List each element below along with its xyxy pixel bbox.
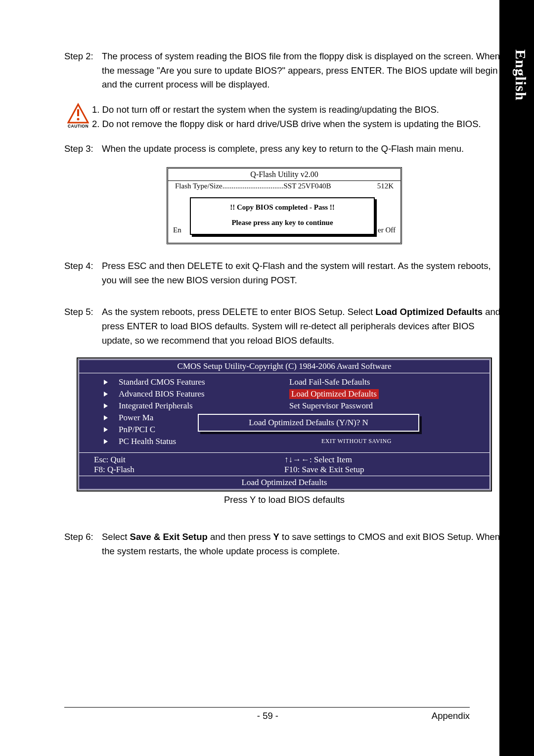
language-tab: English	[512, 49, 529, 101]
step-body: The process of system reading the BIOS f…	[102, 49, 504, 92]
cmos-footer: Load Optimized Defaults	[79, 476, 490, 489]
caution-icon: CAUTION	[64, 103, 92, 129]
caution-label: CAUTION	[68, 124, 89, 129]
figure-caption: Press Y to load BIOS defaults	[64, 494, 504, 505]
help-f8: F8: Q-Flash	[94, 465, 284, 475]
triangle-icon	[104, 380, 108, 385]
page-footer: - 59 - Appendix	[64, 707, 470, 721]
behind-left: En	[173, 226, 181, 234]
step-body: Press ESC and then DELETE to exit Q-Flas…	[102, 259, 504, 287]
step-5: Step 5: As the system reboots, press DEL…	[64, 305, 504, 348]
triangle-icon	[104, 439, 108, 444]
exit-without-saving: Exit Without Saving	[321, 438, 392, 445]
menu-item: Set Supervisor Password	[289, 401, 373, 411]
menu-item-highlighted: Load Optimized Defaults	[289, 389, 379, 399]
flash-size: 512K	[377, 182, 394, 190]
step-6: Step 6: Select Save & Exit Setup and the…	[64, 530, 504, 558]
caution-text: 1. Do not turn off or restart the system…	[92, 103, 504, 131]
qflash-msg: !! Copy BIOS completed - Pass !!	[195, 203, 370, 212]
menu-item: PnP/PCI C	[119, 425, 155, 435]
menu-item: Load Fail-Safe Defaults	[289, 377, 370, 387]
qflash-info-row: Flash Type/Size.........................…	[168, 181, 400, 195]
help-f10: F10: Save & Exit Setup	[284, 465, 475, 475]
step-3: Step 3: When the update process is compl…	[64, 142, 504, 156]
svg-rect-1	[77, 109, 79, 116]
help-esc: Esc: Quit	[94, 455, 284, 465]
menu-item: Standard CMOS Features	[119, 377, 205, 387]
menu-item: Advanced BIOS Features	[119, 389, 205, 399]
step-label: Step 6:	[64, 530, 102, 558]
caution-block: CAUTION 1. Do not turn off or restart th…	[64, 103, 504, 131]
side-strip	[499, 0, 534, 756]
menu-item: PC Health Status	[119, 437, 176, 446]
help-select: ↑↓→←: Select Item	[284, 455, 475, 465]
step-label: Step 2:	[64, 49, 102, 92]
step-body: Select Save & Exit Setup and then press …	[102, 530, 504, 558]
step-2: Step 2: The process of system reading th…	[64, 49, 504, 92]
step6-text: and then press	[208, 532, 273, 542]
qflash-title: Q-Flash Utility v2.00	[168, 169, 400, 181]
step6-bold: Y	[273, 532, 279, 542]
document-page: English Step 2: The process of system re…	[0, 0, 534, 756]
step5-bold: Load Optimized Defaults	[375, 307, 483, 317]
step-4: Step 4: Press ESC and then DELETE to exi…	[64, 259, 504, 287]
section-name: Appendix	[432, 711, 470, 721]
menu-item: Power Ma	[119, 413, 153, 423]
behind-right: er Off	[378, 226, 396, 234]
cmos-title: CMOS Setup Utility-Copyright (C) 1984-20…	[79, 360, 490, 373]
cmos-menu: Standard CMOS Features Advanced BIOS Fea…	[79, 373, 490, 453]
page-number: - 59 -	[104, 711, 432, 721]
step6-bold: Save & Exit Setup	[130, 532, 208, 542]
caution-line: 1. Do not turn off or restart the system…	[92, 103, 504, 117]
cmos-dialog: Load Optimized Defaults (Y/N)? N	[198, 414, 419, 432]
qflash-figure: Q-Flash Utility v2.00 Flash Type/Size...…	[167, 167, 402, 244]
step-label: Step 3:	[64, 142, 102, 156]
triangle-icon	[104, 403, 108, 408]
cmos-figure: CMOS Setup Utility-Copyright (C) 1984-20…	[78, 358, 491, 490]
caution-line: 2. Do not remove the floppy disk or hard…	[92, 117, 504, 132]
step-body: When the update process is complete, pre…	[102, 142, 504, 156]
step-label: Step 4:	[64, 259, 102, 287]
triangle-icon	[104, 427, 108, 432]
step-body: As the system reboots, press DELETE to e…	[102, 305, 504, 348]
menu-item: Integrated Peripherals	[119, 401, 193, 411]
qflash-dialog: !! Copy BIOS completed - Pass !! Please …	[190, 197, 375, 235]
svg-point-2	[77, 118, 80, 121]
step-label: Step 5:	[64, 305, 102, 348]
qflash-msg: Please press any key to continue	[195, 219, 370, 227]
step5-text: As the system reboots, press DELETE to e…	[102, 307, 375, 317]
cmos-help-row: Esc: Quit F8: Q-Flash ↑↓→←: Select Item …	[79, 453, 490, 476]
step6-text: Select	[102, 532, 130, 542]
flash-type: Flash Type/Size.........................…	[175, 182, 331, 190]
triangle-icon	[104, 392, 108, 397]
triangle-icon	[104, 415, 108, 420]
